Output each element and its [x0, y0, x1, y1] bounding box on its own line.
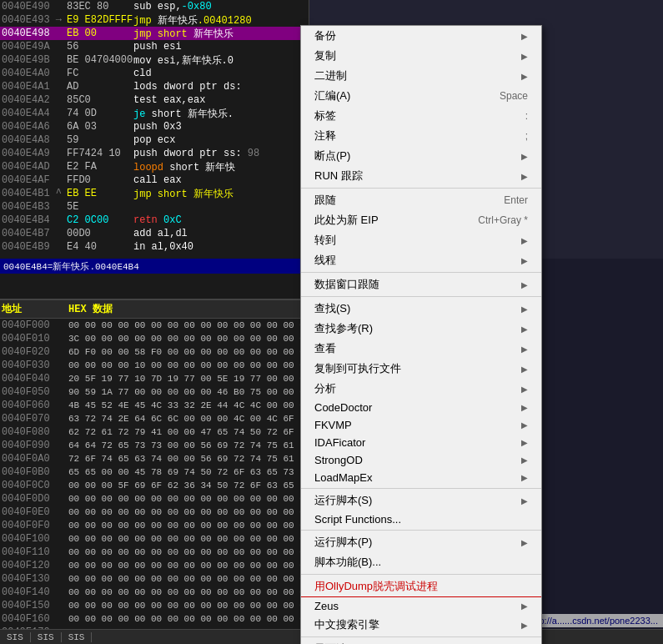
menu-item-analyze[interactable]: 分析▶ — [301, 379, 541, 399]
menu-item-search-ref[interactable]: 查找参考(R)▶ — [301, 319, 541, 339]
hex-addr: 0040F120 — [2, 560, 68, 571]
hex-bytes: 00 00 00 00 00 00 00 00 00 00 00 00 00 0… — [68, 587, 309, 597]
disasm-row[interactable]: 0040E4B4 C2 0C00 retn 0xC — [0, 214, 309, 227]
menu-item-script-functions[interactable]: Script Functions... — [301, 511, 541, 528]
hex-row[interactable]: 0040F09064 64 72 65 73 73 00 00 56 69 72… — [0, 439, 309, 452]
disasm-row[interactable]: 0040E4A6 6A 03 push 0x3 — [0, 120, 309, 133]
menu-item-loadmapex[interactable]: LoadMapEx▶ — [301, 469, 541, 486]
disasm-row[interactable]: 0040E4AF FFD0 call eax — [0, 174, 309, 187]
menu-item-arrow-icon: ▶ — [521, 621, 528, 630]
menu-item-breakpoint[interactable]: 断点(P)▶ — [301, 146, 541, 166]
hex-bytes: 20 5F 19 77 10 7D 19 77 00 5E 19 77 00 0… — [68, 374, 309, 384]
hex-row[interactable]: 0040F0103C 00 00 00 00 00 00 00 00 00 00… — [0, 332, 309, 345]
menu-item-run-script[interactable]: 运行脚本(S)▶ — [301, 491, 541, 511]
disasm-row[interactable]: 0040E4B1 ^ EB EE jmp short 新年快乐 — [0, 187, 309, 200]
menu-item-goto[interactable]: 转到▶ — [301, 230, 541, 250]
hex-row[interactable]: 0040F0A072 6F 74 65 63 74 00 00 56 69 72… — [0, 452, 309, 465]
hex-row[interactable]: 0040F0B065 65 00 00 45 78 69 74 50 72 6F… — [0, 465, 309, 479]
disasm-row[interactable]: 0040E498 EB 00 jmp short 新年快乐 — [0, 27, 309, 40]
menu-item-ollydump[interactable]: 用OllyDump脱壳调试进程 — [301, 576, 541, 597]
hex-row[interactable]: 0040F10000 00 00 00 00 00 00 00 00 00 00… — [0, 532, 309, 546]
disasm-bytes: 6A 03 — [67, 121, 133, 133]
hex-row[interactable]: 0040F0604B 45 52 4E 45 4C 33 32 2E 44 4C… — [0, 399, 309, 412]
menu-item-label: 复制 — [314, 48, 336, 63]
disasm-instr: test eax,eax — [133, 94, 309, 106]
menu-item-binary[interactable]: 二进制▶ — [301, 66, 541, 86]
menu-item-search[interactable]: 查找(S)▶ — [301, 299, 541, 319]
menu-item-copy-to-exec[interactable]: 复制到可执行文件▶ — [301, 359, 541, 379]
hex-bytes: 90 59 1A 77 00 00 00 00 00 46 B0 75 00 0… — [68, 387, 309, 397]
menu-item-zeus[interactable]: Zeus▶ — [301, 597, 541, 615]
menu-item-new-eip[interactable]: 此处为新 EIPCtrl+Gray * — [301, 210, 541, 230]
menu-item-copy[interactable]: 复制▶ — [301, 46, 541, 66]
menu-item-thread[interactable]: 线程▶ — [301, 250, 541, 270]
disasm-row[interactable]: 0040E4A1 AD lods dword ptr ds: — [0, 80, 309, 93]
disasm-row[interactable]: 0040E490 83EC 80 sub esp,-0x80 — [0, 0, 309, 13]
hex-addr: 0040F0B0 — [2, 466, 68, 478]
disasm-row[interactable]: 0040E49A 56 push esi — [0, 40, 309, 53]
disasm-row[interactable]: 0040E4B9 E4 40 in al,0x40 — [0, 240, 309, 254]
disasm-bytes: E9 E82DFFFF — [67, 14, 133, 26]
hex-row[interactable]: 0040F15000 00 00 00 00 00 00 00 00 00 00… — [0, 599, 309, 612]
menu-item-strongod[interactable]: StrongOD▶ — [301, 451, 541, 469]
menu-item-arrow-icon: ▶ — [521, 304, 528, 314]
menu-item-comment[interactable]: 注释; — [301, 126, 541, 146]
menu-item-script-func-b[interactable]: 脚本功能(B)... — [301, 552, 541, 572]
menu-item-run-to[interactable]: RUN 跟踪▶ — [301, 166, 541, 186]
hex-row[interactable]: 0040F04020 5F 19 77 10 7D 19 77 00 5E 19… — [0, 372, 309, 385]
hex-row[interactable]: 0040F0E000 00 00 00 00 00 00 00 00 00 00… — [0, 506, 309, 519]
hex-row[interactable]: 0040F16000 00 00 00 00 00 00 00 00 00 00… — [0, 612, 309, 626]
menu-item-label: 注释 — [314, 128, 336, 143]
disasm-row[interactable]: 0040E4B3 5E — [0, 200, 309, 214]
hex-bytes: 00 00 00 00 00 00 00 00 00 00 00 00 00 0… — [68, 561, 309, 571]
menu-item-label[interactable]: 标签: — [301, 106, 541, 126]
disasm-row[interactable]: 0040E4B7 00D0 add al,dl — [0, 227, 309, 240]
hex-row[interactable]: 0040F07063 72 74 2E 64 6C 6C 00 00 00 4C… — [0, 412, 309, 425]
hex-row[interactable]: 0040F05090 59 1A 77 00 00 00 00 00 46 B0… — [0, 385, 309, 399]
disasm-row[interactable]: 0040E4A9 FF7424 10 push dword ptr ss: 98 — [0, 147, 309, 160]
menu-item-arrow-icon: ▶ — [521, 496, 528, 506]
hex-row[interactable]: 0040F08062 72 61 72 79 41 00 00 47 65 74… — [0, 425, 309, 439]
menu-item-codedoctor[interactable]: CodeDoctor▶ — [301, 399, 541, 416]
menu-item-cn-search[interactable]: 中文搜索引擎▶ — [301, 615, 541, 635]
disasm-row[interactable]: 0040E4A2 85C0 test eax,eax — [0, 93, 309, 107]
menu-item-fkvmp[interactable]: FKVMP▶ — [301, 416, 541, 434]
menu-item-run-script-p[interactable]: 运行脚本(P)▶ — [301, 532, 541, 552]
disasm-instr: in al,0x40 — [133, 241, 309, 253]
disasm-row[interactable]: 0040E4AD E2 FA loopd short 新年快 — [0, 160, 309, 174]
menu-item-arrow-icon: ▶ — [521, 403, 528, 412]
menu-item-backup[interactable]: 备份▶ — [301, 26, 541, 46]
hex-row[interactable]: 0040F0F000 00 00 00 00 00 00 00 00 00 00… — [0, 519, 309, 532]
disasm-row[interactable]: 0040E493 → E9 E82DFFFF jmp 新年快乐.00401280 — [0, 13, 309, 27]
menu-item-data-window-follow[interactable]: 数据窗口跟随▶ — [301, 274, 541, 294]
hex-row[interactable]: 0040F11000 00 00 00 00 00 00 00 00 00 00… — [0, 546, 309, 559]
hex-row[interactable]: 0040F00000 00 00 00 00 00 00 00 00 00 00… — [0, 319, 309, 332]
menu-item-assemble[interactable]: 汇编(A)Space — [301, 86, 541, 106]
hex-row[interactable]: 0040F0D000 00 00 00 00 00 00 00 00 00 00… — [0, 492, 309, 506]
hex-row[interactable]: 0040F12000 00 00 00 00 00 00 00 00 00 00… — [0, 559, 309, 572]
disasm-row[interactable]: 0040E4A8 59 pop ecx — [0, 133, 309, 147]
menu-item-label: 查看 — [314, 341, 336, 356]
status-item: SIS — [0, 632, 31, 642]
menu-item-idaficator[interactable]: IDAFicator▶ — [301, 434, 541, 451]
disasm-row[interactable]: 0040E4A0 FC cld — [0, 67, 309, 80]
menu-item-arrow-icon: ▶ — [521, 236, 528, 245]
hex-row[interactable]: 0040F0C000 00 00 5F 69 6F 62 36 34 50 72… — [0, 479, 309, 492]
menu-item-label: 查找(S) — [314, 301, 350, 316]
menu-item-arrow-icon: ▶ — [521, 32, 528, 41]
hex-row[interactable]: 0040F03000 00 00 00 10 00 00 00 00 00 00… — [0, 359, 309, 372]
disasm-row[interactable]: 0040E4A4 74 0D je short 新年快乐. — [0, 107, 309, 120]
menu-item-label: 标签 — [314, 108, 336, 123]
menu-item-view[interactable]: 查看▶ — [301, 339, 541, 359]
menu-item-interface-options[interactable]: 界面选项 — [301, 639, 541, 644]
hex-row[interactable]: 0040F0206D F0 00 00 58 F0 00 00 00 00 00… — [0, 345, 309, 359]
hex-row[interactable]: 0040F14000 00 00 00 00 00 00 00 00 00 00… — [0, 586, 309, 599]
disasm-row[interactable]: 0040E49B BE 04704000 mov esi,新年快乐.0 — [0, 53, 309, 67]
menu-item-label: 运行脚本(P) — [314, 535, 372, 550]
hex-header: 地址 HEX 数据 — [0, 300, 309, 319]
hex-row[interactable]: 0040F13000 00 00 00 00 00 00 00 00 00 00… — [0, 572, 309, 586]
hex-bytes: 00 00 00 00 10 00 00 00 00 00 00 00 00 0… — [68, 360, 309, 370]
menu-item-follow[interactable]: 跟随Enter — [301, 190, 541, 210]
menu-item-arrow-icon: ▶ — [521, 473, 528, 482]
disasm-instr: add al,dl — [133, 228, 309, 239]
